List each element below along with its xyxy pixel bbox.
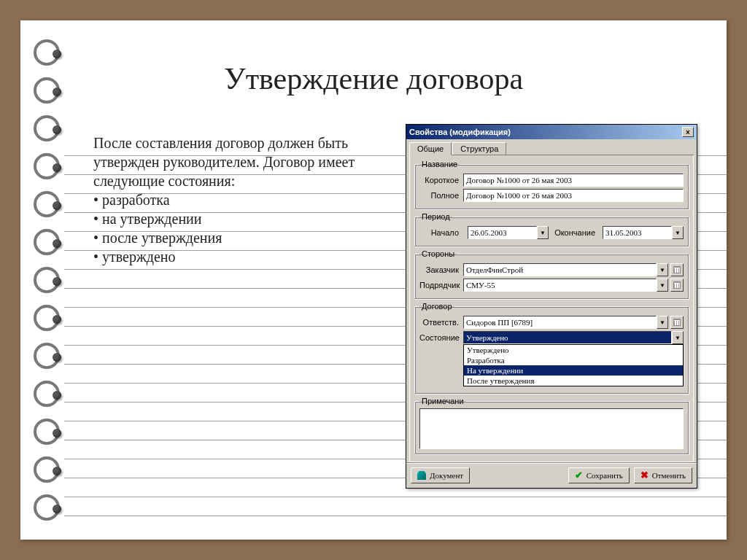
dialog-titlebar[interactable]: Свойства (модификация) ×: [406, 125, 697, 139]
end-date-dropdown[interactable]: ▼: [672, 226, 684, 239]
group-parties-legend: Стороны: [419, 249, 457, 258]
status-input[interactable]: Утверждено: [463, 331, 672, 344]
tab-page: Название Короткое Договор №1000 от 26 ма…: [409, 155, 694, 462]
group-notes-legend: Примечани: [419, 397, 466, 405]
status-option[interactable]: После утверждения: [464, 376, 683, 386]
tab-general[interactable]: Общие: [409, 142, 452, 155]
tab-structure[interactable]: Структура: [452, 142, 506, 155]
group-name: Название Короткое Договор №1000 от 26 ма…: [414, 160, 689, 209]
table-icon: [673, 319, 681, 326]
check-icon: ✔: [575, 470, 583, 481]
chevron-down-icon: ▼: [540, 230, 546, 236]
contractor-lookup-button[interactable]: [670, 279, 684, 292]
properties-dialog: Свойства (модификация) × Общие Структура…: [406, 124, 697, 489]
status-dropdown-list[interactable]: УтвержденоРазработкаНа утвержденииПосле …: [463, 344, 684, 386]
chevron-down-icon: ▼: [659, 267, 665, 273]
slide: Утверждение договора После составления д…: [20, 20, 727, 540]
start-date-input[interactable]: 26.05.2003: [468, 226, 537, 239]
group-period-legend: Период: [419, 212, 452, 221]
bullet-item: на утверждении: [93, 209, 400, 228]
contractor-input[interactable]: СМУ-55: [463, 279, 657, 292]
document-button[interactable]: Документ: [411, 467, 470, 483]
x-icon: ✖: [640, 470, 649, 481]
start-date-dropdown[interactable]: ▼: [537, 226, 549, 239]
responsible-label: Ответств.: [419, 318, 463, 327]
notes-textarea[interactable]: [419, 408, 684, 449]
responsible-input[interactable]: Сидоров ПП [6789]: [463, 316, 657, 329]
chevron-down-icon: ▼: [659, 282, 665, 289]
customer-input[interactable]: ОтделФинСтрой: [463, 263, 657, 276]
group-period: Период Начало 26.05.2003 ▼ Окончание 31.…: [414, 212, 689, 246]
bullet-item: после утверждения: [93, 228, 400, 247]
group-notes: Примечани: [414, 397, 689, 454]
slide-body: После составления договор должен быть ут…: [93, 133, 400, 266]
start-date-label: Начало: [419, 228, 463, 237]
short-name-label: Короткое: [419, 176, 463, 184]
chevron-down-icon: ▼: [675, 335, 681, 341]
contractor-dropdown[interactable]: ▼: [657, 279, 668, 292]
chevron-down-icon: ▼: [659, 319, 665, 326]
group-contract-legend: Договор: [419, 302, 454, 311]
full-name-label: Полное: [419, 191, 463, 200]
responsible-dropdown[interactable]: ▼: [657, 316, 668, 329]
save-button-label: Сохранить: [587, 471, 623, 480]
customer-label: Заказчик: [419, 265, 463, 274]
full-name-input[interactable]: Договор №1000 от 26 мая 2003: [463, 189, 684, 202]
document-button-label: Документ: [430, 471, 463, 480]
status-dropdown[interactable]: ▼: [672, 331, 684, 344]
end-date-input[interactable]: 31.05.2003: [603, 226, 672, 239]
table-icon: [673, 266, 681, 273]
close-button[interactable]: ×: [682, 127, 694, 137]
responsible-lookup-button[interactable]: [670, 316, 684, 329]
chevron-down-icon: ▼: [675, 230, 681, 236]
table-icon: [673, 281, 681, 289]
dialog-button-bar: Документ ✔ Сохранить ✖ Отменить: [406, 462, 697, 488]
status-option[interactable]: Разработка: [464, 355, 683, 365]
group-name-legend: Название: [419, 160, 460, 168]
status-option[interactable]: На утверждении: [464, 365, 683, 376]
slide-title: Утверждение договора: [20, 61, 727, 96]
group-contract: Договор Ответств. Сидоров ПП [6789] ▼ Со…: [414, 302, 689, 394]
close-icon: ×: [686, 128, 690, 136]
status-label: Состояние: [419, 333, 463, 342]
cancel-button[interactable]: ✖ Отменить: [634, 467, 692, 483]
customer-lookup-button[interactable]: [670, 263, 684, 276]
save-button[interactable]: ✔ Сохранить: [568, 467, 630, 483]
spiral-binding: [34, 28, 60, 532]
contractor-label: Подрядчик: [419, 281, 463, 289]
document-icon: [417, 471, 426, 480]
group-parties: Стороны Заказчик ОтделФинСтрой ▼ Подрядч…: [414, 249, 689, 299]
cancel-button-label: Отменить: [652, 471, 686, 480]
dialog-title: Свойства (модификация): [409, 128, 511, 136]
end-date-label: Окончание: [553, 228, 598, 237]
status-option[interactable]: Утверждено: [464, 345, 683, 355]
bullet-item: утверждено: [93, 247, 400, 266]
slide-paragraph: После составления договор должен быть ут…: [93, 133, 400, 190]
bullet-item: разработка: [93, 190, 400, 209]
customer-dropdown[interactable]: ▼: [657, 263, 668, 276]
short-name-input[interactable]: Договор №1000 от 26 мая 2003: [463, 174, 684, 187]
